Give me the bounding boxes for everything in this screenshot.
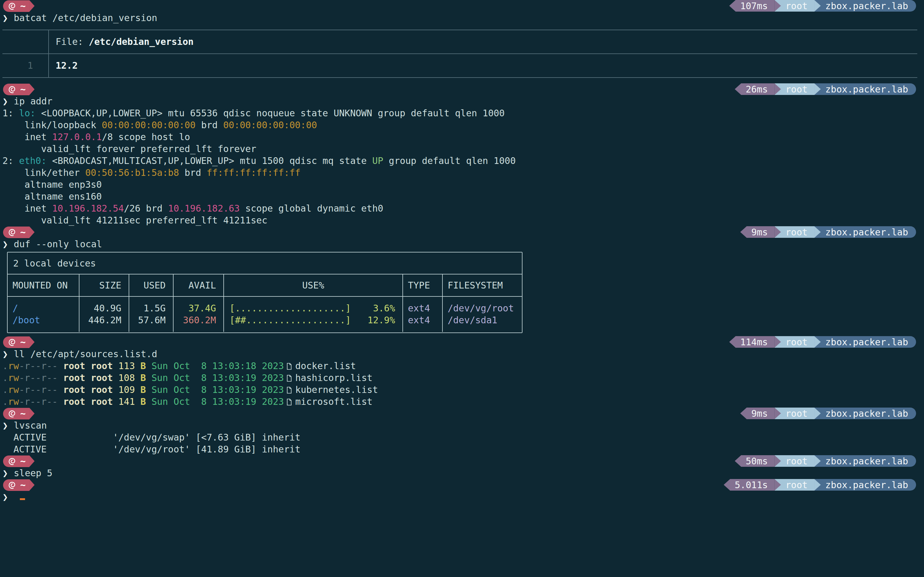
host-badge: zbox.packer.lab: [814, 408, 916, 419]
terminal-line: 2: eth0: <BROADCAST,MULTICAST,UP,LOWER_U…: [2, 155, 924, 167]
prompt-dir: ~: [20, 455, 26, 467]
terminal-input-line[interactable]: ❯: [2, 491, 924, 503]
prompt-dir: ~: [20, 479, 26, 491]
prompt-row: ~ 26ms root zbox.packer.lab: [2, 83, 924, 95]
host-badge: zbox.packer.lab: [814, 226, 916, 238]
prompt-arrow-icon: ❯: [2, 239, 8, 250]
terminal-line: link/loopback 00:00:00:00:00:00 brd 00:0…: [2, 119, 924, 131]
duration-badge: 114ms: [729, 336, 775, 348]
duf-col-header: MOUNTED ON: [8, 274, 79, 296]
debian-swirl-icon: [8, 481, 16, 489]
prompt-dir: ~: [20, 336, 26, 348]
duf-col-header: FILESYSTEM: [443, 274, 522, 296]
terminal-line: ACTIVE '/dev/vg/root' [41.89 GiB] inheri…: [2, 443, 924, 455]
user-badge: root: [775, 455, 814, 467]
host-badge: zbox.packer.lab: [814, 455, 916, 467]
duf-cell-size: 446.2M: [79, 314, 129, 326]
command-line: ❯lvscan: [2, 419, 924, 431]
duf-cell-filesystem: /dev/vg/root: [443, 302, 522, 314]
duration-badge: 107ms: [729, 0, 775, 11]
prompt-dir: ~: [20, 408, 26, 419]
duf-cell-type: ext4: [403, 302, 442, 314]
user-badge: root: [775, 479, 814, 491]
prompt-arrow-icon: ❯: [2, 492, 8, 502]
file-list-row: .rw-r--r-- root root 113 B Sun Oct 8 13:…: [2, 360, 924, 372]
prompt-arrow-icon: ❯: [2, 468, 8, 479]
prompt-pill: ~: [3, 227, 34, 238]
terminal-line: valid_lft forever preferred_lft forever: [2, 143, 924, 155]
command-line: ❯batcat /etc/debian_version: [2, 12, 924, 24]
terminal-line: altname enp3s0: [2, 179, 924, 190]
prompt-pill: ~: [3, 84, 34, 95]
prompt-arrow-icon: ❯: [2, 13, 8, 23]
host-badge: zbox.packer.lab: [814, 83, 916, 95]
terminal-line: valid_lft 41211sec preferred_lft 41211se…: [2, 214, 924, 226]
bat-line-number: 1: [2, 60, 33, 71]
terminal-line: ACTIVE '/dev/vg/swap' [<7.63 GiB] inheri…: [2, 431, 924, 443]
terminal-line: inet 127.0.0.1/8 scope host lo: [2, 131, 924, 143]
duf-table: 2 local devices MOUNTED ON SIZE USED AVA…: [7, 252, 522, 333]
status-badge: 9ms root zbox.packer.lab: [740, 226, 916, 238]
status-badge: 26ms root zbox.packer.lab: [735, 83, 916, 95]
prompt-dir: ~: [20, 0, 26, 12]
duration-badge: 9ms: [740, 408, 775, 419]
user-badge: root: [775, 336, 814, 348]
file-list-row: .rw-r--r-- root root 141 B Sun Oct 8 13:…: [2, 396, 924, 408]
user-badge: root: [775, 226, 814, 238]
text-cursor[interactable]: [20, 498, 25, 500]
prompt-arrow-icon: ❯: [2, 349, 8, 359]
prompt-pill: ~: [3, 408, 34, 419]
duf-cell-avail: 37.4G: [174, 302, 223, 314]
file-icon: [286, 363, 292, 370]
file-icon: [286, 398, 292, 406]
duf-col-header: USED: [129, 274, 174, 296]
prompt-row: ~ 9ms root zbox.packer.lab: [2, 226, 924, 238]
bat-file-path: /etc/debian_version: [89, 36, 194, 47]
status-badge: 50ms root zbox.packer.lab: [735, 455, 916, 467]
prompt-row: ~ 9ms root zbox.packer.lab: [2, 408, 924, 419]
command-line: ❯ip addr: [2, 95, 924, 107]
command-text: ip addr: [14, 96, 52, 106]
prompt-arrow-icon: ❯: [2, 420, 8, 431]
terminal[interactable]: ~ 107ms root zbox.packer.lab ❯batcat /et…: [0, 0, 924, 577]
duration-badge: 5.011s: [724, 479, 774, 491]
duf-cell-mount: /boot: [8, 314, 79, 326]
user-badge: root: [775, 0, 814, 11]
prompt-pill: ~: [3, 479, 34, 491]
duf-cell-type: ext4: [403, 314, 442, 326]
duf-table-header: MOUNTED ON SIZE USED AVAIL USE% TYPE FIL…: [8, 274, 522, 297]
file-icon: [286, 387, 292, 394]
duf-cell-avail: 360.2M: [174, 314, 223, 326]
command-text: batcat /etc/debian_version: [14, 13, 157, 23]
command-text: duf --only local: [14, 239, 102, 250]
bat-content-line: 112.2: [2, 60, 924, 71]
command-line: ❯ll /etc/apt/sources.list.d: [2, 348, 924, 360]
bat-file-header: File: /etc/debian_version: [2, 36, 924, 48]
debian-swirl-icon: [8, 228, 16, 236]
prompt-row: ~ 5.011s root zbox.packer.lab: [2, 479, 924, 491]
file-list-row: .rw-r--r-- root root 109 B Sun Oct 8 13:…: [2, 384, 924, 396]
file-name: hashicorp.list: [295, 372, 373, 383]
command-text: lvscan: [14, 420, 47, 431]
terminal-line: link/ether 00:50:56:b1:5a:b8 brd ff:ff:f…: [2, 167, 924, 179]
duration-badge: 9ms: [740, 226, 775, 238]
command-text: ll /etc/apt/sources.list.d: [14, 349, 157, 359]
command-line: ❯duf --only local: [2, 238, 924, 250]
prompt-dir: ~: [20, 226, 26, 238]
prompt-row: ~ 107ms root zbox.packer.lab: [2, 0, 924, 12]
status-badge: 9ms root zbox.packer.lab: [740, 408, 916, 419]
duf-col-header: TYPE: [403, 274, 443, 296]
terminal-line: 1: lo: <LOOPBACK,UP,LOWER_UP> mtu 65536 …: [2, 107, 924, 119]
prompt-arrow-icon: ❯: [2, 96, 8, 106]
prompt-pill: ~: [3, 456, 34, 467]
user-badge: root: [775, 83, 814, 95]
prompt-dir: ~: [20, 83, 26, 95]
debian-swirl-icon: [8, 338, 16, 346]
duf-cell-size: 40.9G: [79, 302, 129, 314]
status-badge: 5.011s root zbox.packer.lab: [724, 479, 916, 491]
terminal-line: inet 10.196.182.54/26 brd 10.196.182.63 …: [2, 202, 924, 214]
file-name: microsoft.list: [295, 396, 373, 407]
prompt-row: ~ 114ms root zbox.packer.lab: [2, 336, 924, 348]
duration-badge: 50ms: [735, 455, 775, 467]
prompt-pill: ~: [3, 0, 34, 12]
